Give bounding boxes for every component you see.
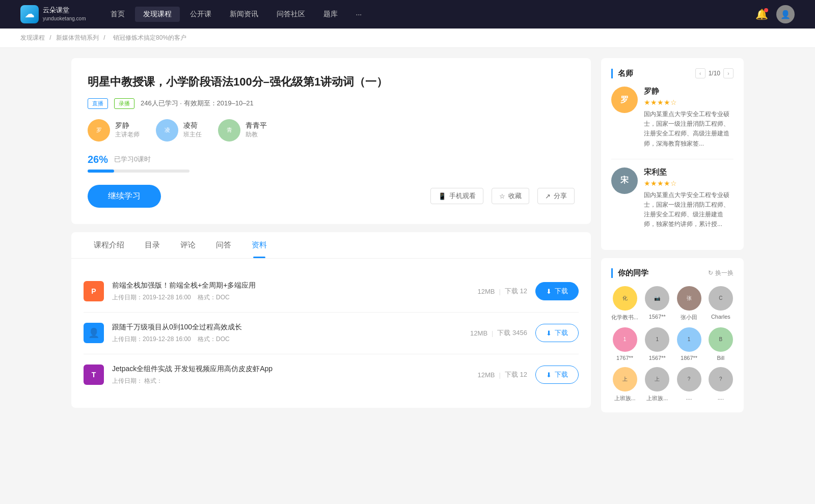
nav-logo[interactable]: ☁ 云朵课堂yunduoketang.com [20,5,86,23]
refresh-classmates-button[interactable]: ↻ 换一换 [708,269,734,277]
notification-dot [764,8,768,12]
mobile-watch-button[interactable]: 📱 手机观看 [430,188,483,204]
instructor-name-1: 凌荷 [183,121,202,130]
progress-section: 26% 已学习0课时 [88,154,575,173]
instructor-role-0: 主讲老师 [115,130,140,139]
breadcrumb-link-discover[interactable]: 发现课程 [20,34,45,41]
instructor-info-0: 罗静 主讲老师 [115,121,140,139]
classmate-0: 化 化学教书... [611,286,638,321]
tab-qa[interactable]: 问答 [206,232,241,258]
download-icon-0: ⬇ [546,288,552,295]
download-button-0[interactable]: ⬇ 下载 [535,282,579,300]
file-stats-1: 12MB | 下载 3456 [470,328,527,338]
file-downloads-2: 下载 12 [505,370,527,379]
classmate-name-9: 上班族... [646,395,668,402]
instructor-avatar-2: 青 [218,119,240,142]
teacher-stars-1: ★★★★☆ [644,179,734,187]
progress-bar-fill [88,170,114,173]
classmate-avatar-10: ? [677,367,701,391]
collect-label: 收藏 [508,191,522,201]
file-size-0: 12MB [478,288,495,295]
classmate-2: 张 张小田 [676,286,701,321]
file-name-2: Jetpack全组件实战 开发短视频应用高仿皮皮虾App [112,365,470,374]
breadcrumb-sep2: / [103,34,107,41]
classmate-avatar-3: C [709,286,733,311]
classmate-1: 📷 1567** [644,286,670,321]
download-button-2[interactable]: ⬇ 下载 [535,366,579,384]
file-info-0: 前端全栈加强版！前端全栈+全周期+多端应用 上传日期：2019-12-28 16… [112,281,470,302]
course-meta-text: 246人已学习 · 有效期至：2019–10–21 [141,99,254,108]
course-header-card: 明星中教授课，小学阶段语法100分–强化级第1讲动词（一） 直播 录播 246人… [71,58,591,224]
collect-button[interactable]: ☆ 收藏 [492,188,529,204]
classmate-4: 1 1767** [611,327,638,361]
nav-news[interactable]: 新闻资讯 [222,7,266,22]
classmate-name-5: 1567** [649,355,666,361]
breadcrumb-link-series[interactable]: 新媒体营销系列 [56,34,99,41]
instructor-name-0: 罗静 [115,121,140,130]
continue-button[interactable]: 继续学习 [88,185,161,208]
star-icon: ☆ [499,192,505,200]
action-buttons: 📱 手机观看 ☆ 收藏 ↗ 分享 [430,188,575,204]
tab-intro[interactable]: 课程介绍 [84,232,134,258]
download-button-1[interactable]: ⬇ 下载 [535,324,579,342]
teacher-pagination: ‹ 1/10 › [695,68,734,78]
mobile-label: 手机观看 [449,191,476,201]
file-date-0: 上传日期：2019-12-28 16:00 [112,294,191,301]
user-avatar[interactable]: 👤 [776,5,795,23]
nav-discover[interactable]: 发现课程 [135,7,180,22]
file-item-2: T Jetpack全组件实战 开发短视频应用高仿皮皮虾App 上传日期： 格式：… [84,354,579,396]
classmate-name-7: Bill [717,355,725,361]
classmate-6: 1 1867** [676,327,701,361]
classmates-section-header: 你的同学 ↻ 换一换 [611,268,734,278]
nav-more[interactable]: ··· [348,7,370,21]
instructor-avatar-0: 罗 [88,119,110,142]
pagination-next[interactable]: › [723,68,734,78]
tab-catalog[interactable]: 目录 [134,232,170,258]
main-container: 明星中教授课，小学阶段语法100分–强化级第1讲动词（一） 直播 录播 246人… [51,58,764,421]
classmate-avatar-9: 上 [645,367,669,391]
nav-qa[interactable]: 问答社区 [268,7,313,22]
file-meta-1: 上传日期：2019-12-28 16:00 格式：DOC [112,335,462,344]
breadcrumb-sep1: / [49,34,53,41]
tabs-container: 课程介绍 目录 评论 问答 资料 P 前端全栈加强版！前端全栈+全周期+多端应用… [71,232,591,408]
logo-icon: ☁ [20,5,39,23]
file-item-0: P 前端全栈加强版！前端全栈+全周期+多端应用 上传日期：2019-12-28 … [84,271,579,313]
classmate-name-4: 1767** [616,355,633,361]
classmate-avatar-4: 1 [613,327,637,352]
classmate-8: 上 上班族... [611,367,638,402]
pagination-prev[interactable]: ‹ [695,68,705,78]
file-format-1: 格式：DOC [198,335,230,343]
teachers-card: 名师 ‹ 1/10 › 罗 罗静 ★★★★☆ 国内某重点大学安全工程专业硕士，国… [601,58,744,250]
nav-right: 🔔 👤 [755,5,795,23]
course-title: 明星中教授课，小学阶段语法100分–强化级第1讲动词（一） [88,74,575,90]
instructor-name-2: 青青平 [246,121,267,130]
file-size-2: 12MB [478,371,495,379]
teacher-info-0: 罗静 ★★★★☆ 国内某重点大学安全工程专业硕士，国家一级注册消防工程师、注册安… [644,87,734,149]
notification-bell[interactable]: 🔔 [755,8,768,20]
file-stats-0: 12MB | 下载 12 [478,287,527,296]
classmates-title: 你的同学 [611,268,648,278]
tab-comments[interactable]: 评论 [170,232,206,258]
nav-public[interactable]: 公开课 [182,7,220,22]
nav-home[interactable]: 首页 [102,7,133,22]
nav-items: 首页 发现课程 公开课 新闻资讯 问答社区 题库 ··· [102,7,751,22]
classmates-card: 你的同学 ↻ 换一换 化 化学教书... 📷 1567** 张 张小田 [601,258,744,412]
nav-bank[interactable]: 题库 [315,7,346,22]
instructor-info-1: 凌荷 班主任 [183,121,202,139]
instructor-2: 青 青青平 助教 [218,119,267,142]
tag-record: 录播 [114,98,134,109]
teacher-avatar-1: 宋 [611,167,638,194]
tab-materials[interactable]: 资料 [241,232,277,258]
file-downloads-0: 下载 12 [505,287,527,296]
classmate-avatar-7: B [709,327,733,352]
classmate-avatar-2: 张 [677,286,701,311]
share-button[interactable]: ↗ 分享 [537,188,575,204]
instructor-0: 罗 罗静 主讲老师 [88,119,140,142]
teachers-title: 名师 [611,69,633,78]
classmate-avatar-0: 化 [613,286,637,311]
teacher-desc-1: 国内某重点大学安全工程专业硕士，国家一级注册消防工程师、注册安全工程师、级注册建… [644,190,734,230]
pagination-current: 1/10 [709,70,720,77]
progress-bar-bg [88,170,189,173]
teacher-name-0: 罗静 [644,87,734,96]
refresh-label: 换一换 [715,269,734,277]
